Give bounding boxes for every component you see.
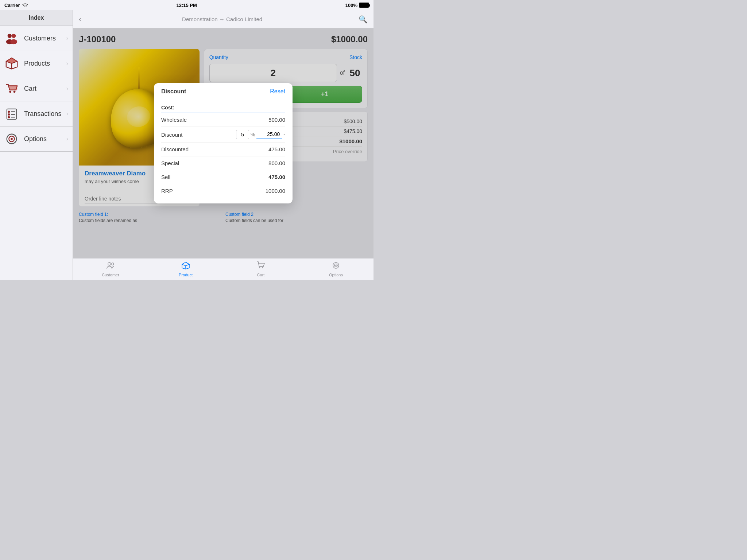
sell-label: Sell [161, 174, 170, 180]
sidebar-item-cart[interactable]: Cart › [0, 76, 73, 101]
svg-point-0 [24, 7, 26, 8]
wifi-icon [22, 3, 28, 7]
product-tab-icon [181, 261, 190, 272]
options-icon [4, 132, 19, 146]
discount-pct-row: Discount % - [161, 127, 285, 143]
discount-wholesale-label: Wholesale [161, 117, 187, 123]
sidebar-customers-label: Customers [24, 35, 66, 42]
status-carrier: Carrier [4, 3, 28, 8]
cart-tab-icon [256, 261, 265, 272]
nav-bar: ‹ Demonstration → Cadico Limited 🔍 [73, 10, 374, 28]
sidebar-cart-label: Cart [24, 85, 66, 93]
svg-point-4 [10, 39, 17, 44]
svg-point-1 [8, 34, 12, 38]
product-tab-label: Product [179, 273, 193, 277]
discount-modal: Discount Reset Cost: Wholesale 500.00 Di… [154, 83, 293, 203]
discount-sell-row: Sell 475.00 [161, 170, 285, 184]
chevron-right-icon: › [66, 136, 68, 142]
chevron-right-icon: › [66, 110, 68, 117]
rrp-value: 1000.00 [266, 188, 285, 194]
back-button[interactable]: ‹ [79, 15, 81, 24]
sell-final-value: 475.00 [268, 174, 285, 180]
discount-amount-input[interactable] [256, 130, 282, 139]
main-content: ‹ Demonstration → Cadico Limited 🔍 J-100… [73, 10, 374, 280]
sidebar-options-label: Options [24, 135, 66, 143]
svg-point-12 [13, 91, 16, 93]
sidebar-transactions-label: Transactions [24, 110, 66, 118]
discount-discounted-row: Discounted 475.00 [161, 143, 285, 156]
svg-point-18 [8, 116, 10, 118]
status-time: 12:15 PM [177, 3, 197, 8]
chevron-right-icon: › [66, 60, 68, 67]
discounted-value: 475.00 [268, 146, 285, 152]
svg-point-23 [108, 262, 111, 265]
tab-bar: Customer Product [73, 258, 374, 280]
discount-percent-input[interactable] [236, 130, 249, 139]
sidebar: Index Customers › [0, 10, 73, 280]
search-icon[interactable]: 🔍 [359, 15, 368, 24]
cart-icon [4, 81, 19, 96]
tab-product[interactable]: Product [148, 259, 223, 279]
status-bar: Carrier 12:15 PM 100% [0, 0, 374, 10]
discount-label: Discount [161, 132, 182, 138]
svg-point-11 [9, 91, 11, 93]
rrp-label: RRP [161, 188, 173, 194]
sidebar-products-label: Products [24, 60, 66, 67]
tab-cart[interactable]: Cart [223, 259, 298, 279]
discount-modal-header: Discount Reset [154, 83, 293, 100]
discount-dash: - [283, 132, 285, 137]
discount-rrp-row: RRP 1000.00 [161, 184, 285, 198]
sidebar-item-options[interactable]: Options › [0, 127, 73, 152]
svg-point-16 [8, 113, 10, 116]
cart-tab-label: Cart [257, 273, 265, 277]
sidebar-item-transactions[interactable]: Transactions › [0, 101, 73, 127]
discount-wholesale-value: 500.00 [268, 117, 285, 123]
discount-overlay: Discount Reset Cost: Wholesale 500.00 Di… [73, 28, 374, 258]
percent-symbol: % [251, 132, 255, 137]
products-icon [4, 56, 19, 71]
special-value: 800.00 [268, 160, 285, 166]
battery-icon [359, 3, 369, 8]
discount-reset-button[interactable]: Reset [270, 88, 285, 95]
chevron-right-icon: › [66, 35, 68, 42]
svg-point-24 [112, 263, 114, 265]
discount-special-row: Special 800.00 [161, 156, 285, 170]
sidebar-item-products[interactable]: Products › [0, 51, 73, 76]
discount-input-group: % - [236, 130, 285, 139]
svg-point-31 [336, 265, 337, 266]
discounted-label: Discounted [161, 146, 189, 152]
discount-title: Discount [161, 88, 186, 95]
customers-icon [4, 31, 19, 46]
options-tab-label: Options [329, 273, 343, 277]
discount-wholesale-row: Wholesale 500.00 [161, 113, 285, 127]
customer-tab-icon [106, 261, 115, 272]
sidebar-title: Index [0, 10, 73, 26]
discount-body: Cost: Wholesale 500.00 Discount % - [154, 100, 293, 203]
status-battery-area: 100% [345, 3, 369, 8]
svg-point-2 [12, 34, 16, 38]
svg-point-14 [8, 110, 10, 113]
svg-point-27 [259, 267, 260, 268]
tab-customer[interactable]: Customer [73, 259, 148, 279]
sidebar-item-customers[interactable]: Customers › [0, 26, 73, 51]
svg-point-28 [262, 267, 263, 268]
options-tab-icon [332, 261, 340, 272]
customer-tab-label: Customer [102, 273, 119, 277]
special-label: Special [161, 160, 179, 166]
discount-cost-label: Cost: [161, 100, 285, 113]
tab-options[interactable]: Options [298, 259, 374, 279]
product-detail: J-100100 $1000.00 Dreamweaver Diamo ma [73, 28, 374, 258]
nav-breadcrumb: Demonstration → Cadico Limited [86, 16, 359, 22]
svg-rect-10 [9, 85, 17, 90]
svg-marker-6 [6, 58, 17, 63]
svg-point-22 [11, 138, 13, 140]
transactions-icon [4, 106, 19, 121]
chevron-right-icon: › [66, 85, 68, 92]
